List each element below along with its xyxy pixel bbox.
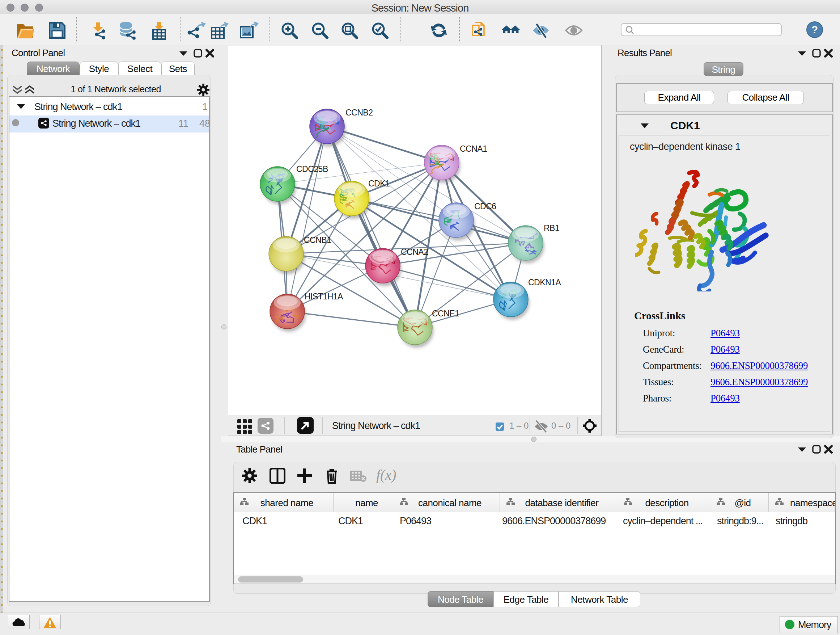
svg-text:CCNB2: CCNB2 [346, 108, 373, 117]
svg-text:HIST1H1A: HIST1H1A [305, 292, 343, 301]
svg-text:CDC25B: CDC25B [296, 165, 328, 174]
svg-text:?: ? [812, 24, 818, 35]
svg-text:CDKN1A: CDKN1A [528, 278, 561, 287]
svg-text:CDC6: CDC6 [474, 202, 496, 211]
svg-text:CCNA1: CCNA1 [460, 144, 487, 154]
svg-text:CCNE1: CCNE1 [432, 309, 459, 318]
svg-text:CDK1: CDK1 [368, 179, 390, 188]
svg-text:CCNA2: CCNA2 [401, 247, 428, 257]
svg-text:CCNB1: CCNB1 [304, 235, 331, 245]
svg-text:RB1: RB1 [544, 223, 559, 233]
